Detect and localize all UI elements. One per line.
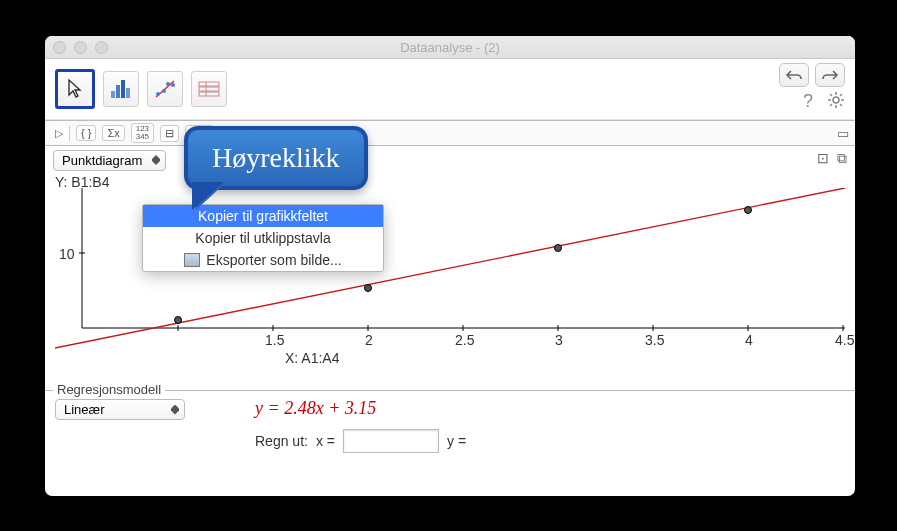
- ctx-export-image[interactable]: Eksporter som bilde...: [143, 249, 383, 271]
- x-tick-6: 4.5: [835, 332, 854, 348]
- svg-line-20: [840, 94, 842, 96]
- bar-chart-icon: [110, 79, 132, 99]
- svg-rect-1: [116, 85, 120, 98]
- calc-label: Regn ut:: [255, 433, 308, 449]
- expand-icon[interactable]: ▷: [51, 126, 70, 141]
- scatter-icon: [154, 79, 176, 99]
- redo-icon: [821, 68, 839, 82]
- undo-redo-group: [779, 63, 845, 87]
- x-tick-4: 3.5: [645, 332, 664, 348]
- tooltip: Høyreklikk: [184, 126, 368, 190]
- cursor-icon: [66, 78, 84, 100]
- svg-point-8: [171, 83, 175, 87]
- x-tick-2: 2.5: [455, 332, 474, 348]
- x-equals-label: x =: [316, 433, 335, 449]
- numbers-button[interactable]: 123 345: [131, 123, 154, 143]
- pointer-tool-button[interactable]: [55, 69, 95, 109]
- regression-equation: y = 2.48x + 3.15: [255, 398, 845, 419]
- svg-line-18: [830, 94, 832, 96]
- ctx-copy-to-clipboard[interactable]: Kopier til utklippstavla: [143, 227, 383, 249]
- gear-icon[interactable]: [827, 91, 845, 112]
- svg-rect-10: [199, 87, 219, 91]
- x-tick-0: 1.5: [265, 332, 284, 348]
- scatter-tool-button[interactable]: [147, 71, 183, 107]
- svg-line-19: [840, 104, 842, 106]
- y-tick-10: 10: [59, 246, 75, 262]
- svg-point-36: [555, 245, 562, 252]
- x-axis-label: X: A1:A4: [285, 350, 339, 386]
- main-toolbar: ?: [45, 59, 855, 120]
- regression-legend: Regresjonsmodell: [53, 382, 165, 397]
- svg-rect-11: [199, 92, 219, 96]
- popout-icon[interactable]: ⧉: [837, 150, 847, 167]
- svg-point-6: [162, 89, 166, 93]
- window-title: Dataanalyse - (2): [45, 40, 855, 55]
- x-tick-1: 2: [365, 332, 373, 348]
- svg-line-21: [830, 104, 832, 106]
- tooltip-text: Høyreklikk: [184, 126, 368, 190]
- titlebar: Dataanalyse - (2): [45, 36, 855, 59]
- dock-icon[interactable]: ⊡: [817, 150, 829, 167]
- chart-type-select-wrap: Punktdiagram: [53, 150, 166, 171]
- regression-model-select[interactable]: Lineær: [55, 399, 185, 420]
- regression-panel: Regresjonsmodell Lineær y = 2.48x + 3.15…: [45, 390, 855, 463]
- split-icon[interactable]: ⊟: [160, 125, 179, 142]
- svg-rect-0: [111, 91, 115, 98]
- sigma-button[interactable]: Σx: [102, 125, 124, 141]
- collapse-icon[interactable]: ▭: [837, 126, 849, 141]
- x-tick-5: 4: [745, 332, 753, 348]
- table-tool-button[interactable]: [191, 71, 227, 107]
- tooltip-tail-icon: [196, 186, 222, 210]
- panel-controls: ⊡ ⧉: [817, 150, 847, 167]
- svg-point-34: [175, 317, 182, 324]
- svg-rect-2: [121, 80, 125, 98]
- svg-point-13: [833, 97, 839, 103]
- context-menu: Kopier til grafikkfeltet Kopier til utkl…: [142, 204, 384, 272]
- chart-type-select[interactable]: Punktdiagram: [53, 150, 166, 171]
- braces-icon[interactable]: { }: [76, 125, 96, 141]
- x-tick-3: 3: [555, 332, 563, 348]
- chart-tool-button[interactable]: [103, 71, 139, 107]
- model-select-wrap: Lineær: [55, 399, 185, 420]
- svg-point-7: [166, 82, 170, 86]
- table-icon: [198, 81, 220, 97]
- svg-point-37: [745, 207, 752, 214]
- ctx-copy-to-graphics[interactable]: Kopier til grafikkfeltet: [143, 205, 383, 227]
- redo-button[interactable]: [815, 63, 845, 87]
- svg-rect-9: [199, 82, 219, 86]
- x-input[interactable]: [343, 429, 439, 453]
- image-icon: [184, 253, 200, 267]
- svg-rect-3: [126, 88, 130, 98]
- y-equals-label: y =: [447, 433, 466, 449]
- undo-icon: [785, 68, 803, 82]
- secondary-toolbar: ▷ { } Σx 123 345 ⊟ X ⇄ ▭: [45, 120, 855, 146]
- chart-toolbar: Punktdiagram ⊡ ⧉: [45, 146, 855, 174]
- svg-point-5: [156, 92, 160, 96]
- undo-button[interactable]: [779, 63, 809, 87]
- help-settings-group: ?: [803, 91, 845, 112]
- svg-point-35: [365, 285, 372, 292]
- help-icon[interactable]: ?: [803, 91, 813, 112]
- calc-row: Regn ut: x = y =: [255, 429, 845, 453]
